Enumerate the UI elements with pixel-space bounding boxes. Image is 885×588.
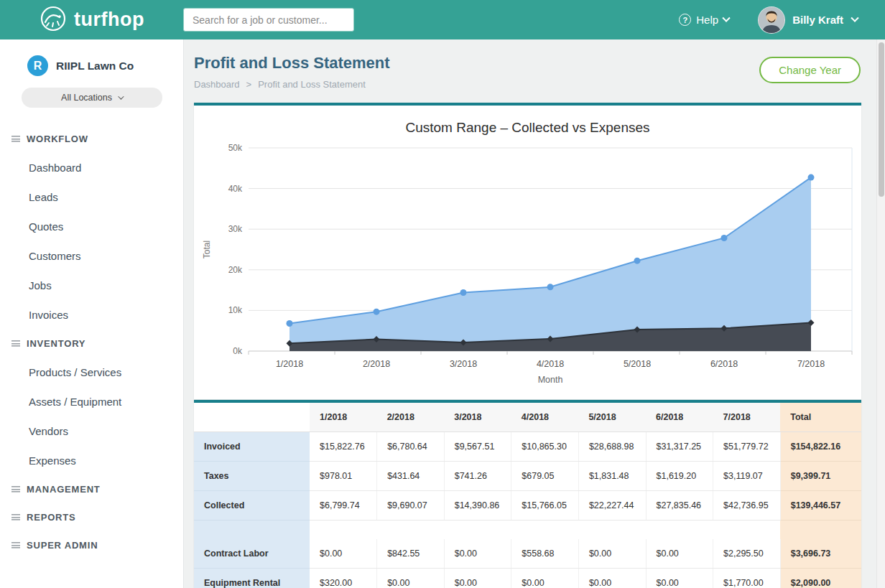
user-name[interactable]: Billy Kraft <box>792 14 843 26</box>
table-cell: $558.68 <box>511 539 579 569</box>
table-cell: $139,446.57 <box>780 491 861 521</box>
table-column-header: 6/2018 <box>646 403 713 432</box>
sidebar-item-quotes[interactable]: Quotes <box>0 212 183 241</box>
help-icon: ? <box>679 14 691 26</box>
row-label: Taxes <box>194 462 310 491</box>
table-cell: $431.64 <box>377 462 445 491</box>
table-column-header: Total <box>780 403 861 432</box>
sidebar-section-header[interactable]: SUPER ADMIN <box>0 531 183 559</box>
table-cell: $6,780.64 <box>377 432 445 462</box>
avatar[interactable] <box>758 6 785 34</box>
sidebar-item-invoices[interactable]: Invoices <box>0 300 183 330</box>
breadcrumb-separator: > <box>246 79 252 90</box>
marker-collected <box>808 174 815 181</box>
y-tick-label: 30k <box>228 224 243 234</box>
table-column-header <box>194 403 310 432</box>
y-tick-label: 0k <box>233 346 243 356</box>
marker-collected <box>374 309 380 315</box>
help-menu[interactable]: ? Help <box>679 14 729 26</box>
sidebar-item-customers[interactable]: Customers <box>0 241 183 271</box>
sidebar-section-label: WORKFLOW <box>27 134 88 144</box>
company-badge: R <box>27 55 48 76</box>
table-cell: $1,770.00 <box>713 568 781 588</box>
table-cell: $0.00 <box>646 568 713 588</box>
turfhop-logo[interactable]: turfhop <box>0 4 183 36</box>
breadcrumb-current: Profit and Loss Statement <box>258 79 366 90</box>
pnl-table: 1/20182/20183/20184/20185/20186/20187/20… <box>194 403 861 588</box>
x-tick-label: 1/2018 <box>276 359 303 369</box>
sidebar-item-assets-equipment[interactable]: Assets / Equipment <box>0 387 183 416</box>
topbar-right: ? Help Billy Kraft <box>679 6 885 34</box>
table-column-header: 5/2018 <box>578 403 646 432</box>
table-cell: $1,619.20 <box>646 462 713 491</box>
table-cell: $320.00 <box>310 568 377 588</box>
locations-label: All Locations <box>61 93 112 103</box>
marker-collected <box>634 258 641 264</box>
sidebar-item-vendors[interactable]: Vendors <box>0 416 183 446</box>
sidebar-item-dashboard[interactable]: Dashboard <box>0 153 183 182</box>
topbar: turfhop ? Help Billy Kraft <box>0 0 885 39</box>
sidebar-item-products-services[interactable]: Products / Services <box>0 358 183 387</box>
x-tick-label: 2/2018 <box>363 359 390 369</box>
table-cell <box>780 521 861 539</box>
table-cell: $22,227.44 <box>578 491 646 521</box>
x-tick-label: 5/2018 <box>624 359 651 369</box>
locations-dropdown[interactable]: All Locations <box>22 88 162 108</box>
company-name: RIIPL Lawn Co <box>56 60 134 73</box>
table-cell: $679.05 <box>511 462 579 491</box>
table-cell: $2,090.00 <box>780 568 861 588</box>
table-cell: $0.00 <box>646 539 713 569</box>
chevron-down-icon <box>118 93 124 99</box>
table-cell: $27,835.46 <box>646 491 713 521</box>
search-input[interactable] <box>183 8 354 32</box>
sidebar-item-leads[interactable]: Leads <box>0 182 183 212</box>
table-cell: $3,696.73 <box>780 539 861 569</box>
x-tick-label: 6/2018 <box>710 359 738 369</box>
table-row: Equipment Rental$320.00$0.00$0.00$0.00$0… <box>194 568 861 588</box>
table-cell: $42,736.95 <box>713 491 781 521</box>
sidebar-nav: WORKFLOWDashboardLeadsQuotesCustomersJob… <box>0 125 183 559</box>
table-row <box>194 521 861 539</box>
table-cell: $741.26 <box>444 462 511 491</box>
section-dashes-icon <box>11 340 20 347</box>
breadcrumb-dashboard[interactable]: Dashboard <box>194 79 240 90</box>
x-tick-label: 7/2018 <box>797 359 825 369</box>
table-cell: $15,822.76 <box>310 432 377 462</box>
table-row: Taxes$978.01$431.64$741.26$679.05$1,831.… <box>194 462 861 491</box>
y-tick-label: 10k <box>228 305 243 315</box>
main-content: Profit and Loss Statement Dashboard > Pr… <box>184 39 885 588</box>
vertical-scrollbar[interactable] <box>876 39 885 588</box>
sidebar-section-header[interactable]: REPORTS <box>0 503 183 531</box>
sidebar-section-header[interactable]: INVENTORY <box>0 330 183 358</box>
sidebar-section-header[interactable]: WORKFLOW <box>0 125 183 153</box>
table-column-header: 4/2018 <box>511 403 579 432</box>
table-cell: $6,799.74 <box>310 491 377 521</box>
logo-text: turfhop <box>74 9 144 31</box>
sidebar-section-header[interactable]: MANAGEMENT <box>0 475 183 503</box>
help-label: Help <box>696 14 718 26</box>
table-column-header: 7/2018 <box>713 403 781 432</box>
scrollbar-thumb[interactable] <box>879 42 884 197</box>
row-label: Invoiced <box>194 432 310 462</box>
y-axis-label: Total <box>202 241 212 258</box>
marker-collected <box>287 320 293 327</box>
company-row: R RIIPL Lawn Co <box>0 39 183 76</box>
section-dashes-icon <box>11 486 20 493</box>
sidebar-section-label: MANAGEMENT <box>27 484 101 495</box>
change-year-button[interactable]: Change Year <box>759 57 861 83</box>
pnl-table-card: 1/20182/20183/20184/20185/20186/20187/20… <box>194 400 861 588</box>
sidebar-section-label: REPORTS <box>27 512 75 523</box>
sidebar: R RIIPL Lawn Co All Locations WORKFLOWDa… <box>0 39 184 588</box>
marker-collected <box>547 284 554 290</box>
table-cell: $0.00 <box>444 568 511 588</box>
table-cell: $0.00 <box>377 568 445 588</box>
row-label: Equipment Rental <box>194 568 310 588</box>
table-cell: $14,390.86 <box>444 491 511 521</box>
user-menu-chevron-icon[interactable] <box>851 14 858 22</box>
sidebar-item-expenses[interactable]: Expenses <box>0 446 183 475</box>
table-row: Contract Labor$0.00$842.55$0.00$558.68$0… <box>194 539 861 569</box>
chevron-down-icon <box>722 14 730 22</box>
sidebar-item-jobs[interactable]: Jobs <box>0 271 183 300</box>
y-tick-label: 50k <box>228 143 243 153</box>
table-cell: $3,119.07 <box>713 462 781 491</box>
